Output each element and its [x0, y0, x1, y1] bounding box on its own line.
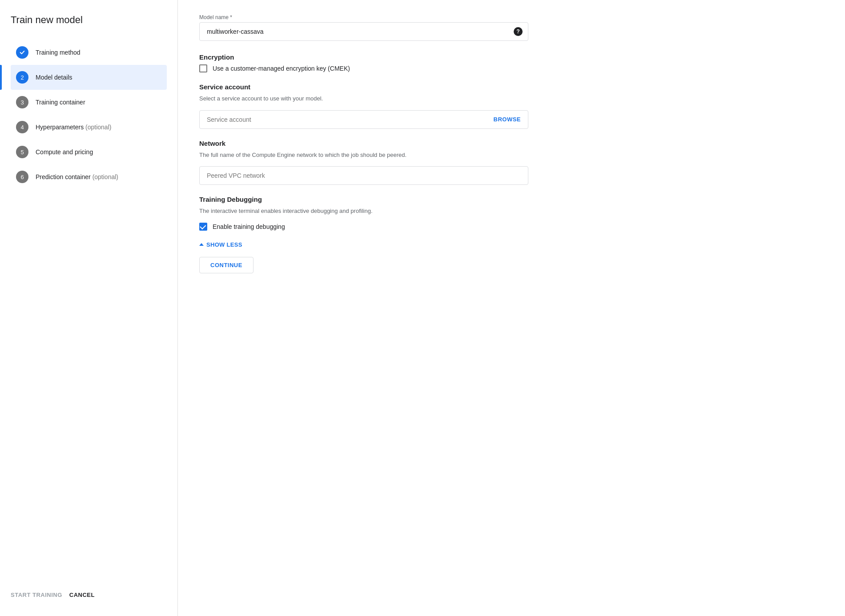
help-icon[interactable]: ?	[514, 27, 523, 36]
sidebar-item-training-container[interactable]: 3 Training container	[11, 90, 167, 115]
step-badge-2: 2	[16, 71, 28, 84]
service-account-input[interactable]	[200, 111, 487, 128]
service-account-title: Service account	[199, 83, 824, 91]
sidebar-actions: START TRAINING CANCEL	[11, 581, 167, 602]
step-label-4: Hyperparameters (optional)	[36, 124, 111, 131]
peered-vpc-input[interactable]	[199, 166, 528, 185]
sidebar: Train new model Training method 2 Model …	[0, 0, 178, 616]
network-section: Network The full name of the Compute Eng…	[199, 140, 824, 185]
step-label-1: Training method	[36, 49, 80, 56]
encryption-section: Encryption Use a customer-managed encryp…	[199, 53, 824, 72]
network-desc: The full name of the Compute Engine netw…	[199, 151, 824, 160]
show-less-label: SHOW LESS	[206, 241, 242, 248]
step-list: Training method 2 Model details 3 Traini…	[11, 40, 167, 570]
page-title: Train new model	[11, 14, 167, 26]
start-training-button[interactable]: START TRAINING	[11, 588, 62, 602]
step-label-3: Training container	[36, 99, 85, 106]
cancel-button[interactable]: CANCEL	[69, 588, 95, 602]
show-less-row[interactable]: SHOW LESS	[199, 241, 824, 248]
chevron-up-icon	[199, 243, 204, 246]
encryption-title: Encryption	[199, 53, 824, 61]
training-debugging-title: Training Debugging	[199, 196, 824, 203]
step-badge-4: 4	[16, 121, 28, 133]
step-badge-6: 6	[16, 171, 28, 183]
step-badge-5: 5	[16, 146, 28, 158]
sidebar-item-hyperparameters[interactable]: 4 Hyperparameters (optional)	[11, 115, 167, 140]
sidebar-item-training-method[interactable]: Training method	[11, 40, 167, 65]
enable-debugging-checkbox[interactable]	[199, 223, 207, 231]
browse-button[interactable]: BROWSE	[487, 111, 528, 128]
step-label-5: Compute and pricing	[36, 148, 93, 156]
sidebar-item-compute-pricing[interactable]: 5 Compute and pricing	[11, 140, 167, 164]
enable-debugging-row[interactable]: Enable training debugging	[199, 223, 824, 231]
sidebar-item-model-details[interactable]: 2 Model details	[11, 65, 167, 90]
model-name-input[interactable]	[200, 23, 514, 40]
step-label-2: Model details	[36, 74, 72, 81]
sidebar-item-prediction-container[interactable]: 6 Prediction container (optional)	[11, 164, 167, 189]
service-account-input-wrapper: BROWSE	[199, 110, 528, 129]
model-name-field-group: Model name * ?	[199, 14, 824, 41]
enable-debugging-label: Enable training debugging	[213, 223, 285, 230]
cmek-checkbox-row[interactable]: Use a customer-managed encryption key (C…	[199, 64, 824, 72]
cmek-checkbox[interactable]	[199, 64, 207, 72]
step-label-6: Prediction container (optional)	[36, 173, 118, 180]
main-content: Model name * ? Encryption Use a customer…	[178, 0, 845, 616]
model-name-input-wrapper: ?	[199, 22, 528, 41]
service-account-desc: Select a service account to use with you…	[199, 94, 824, 103]
training-debugging-desc: The interactive terminal enables interac…	[199, 207, 824, 216]
cmek-label: Use a customer-managed encryption key (C…	[213, 65, 350, 72]
network-title: Network	[199, 140, 824, 147]
step-badge-1	[16, 46, 28, 59]
continue-button[interactable]: CONTINUE	[199, 257, 254, 273]
training-debugging-section: Training Debugging The interactive termi…	[199, 196, 824, 231]
model-name-label: Model name *	[199, 14, 824, 20]
step-badge-3: 3	[16, 96, 28, 108]
service-account-section: Service account Select a service account…	[199, 83, 824, 129]
